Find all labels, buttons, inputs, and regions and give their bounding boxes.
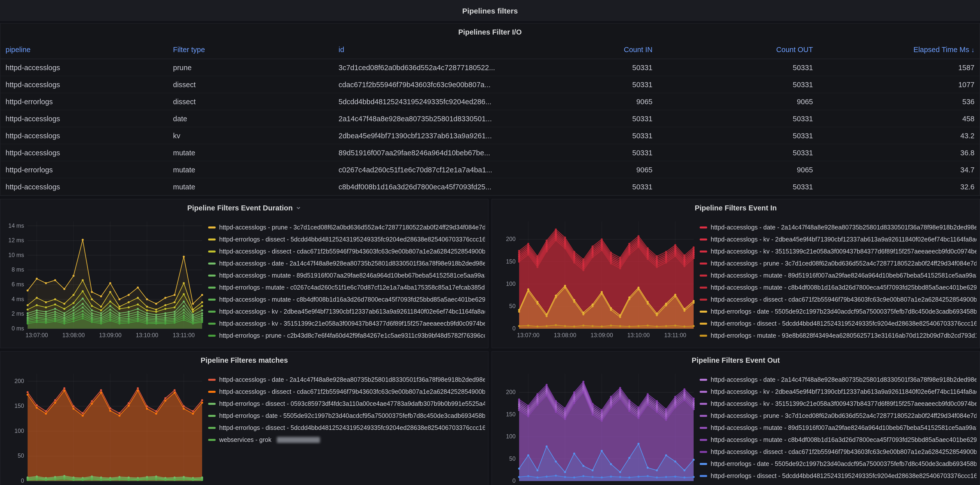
legend-item[interactable]: httpd-accesslogs - kv - 35151399c21e058a… [208, 319, 485, 328]
panel-title-event-in[interactable]: Pipeline Filters Event In [492, 200, 980, 216]
cell-filter_type: dissect [168, 97, 334, 105]
table-panel-title[interactable]: Pipelines Filter I/O [0, 24, 980, 41]
event-out-chart-canvas[interactable]: 05010015020013:07:0013:08:0013:09:0013:1… [492, 369, 698, 485]
legend-item[interactable]: webservices - grok [208, 435, 485, 444]
svg-text:0: 0 [512, 477, 515, 484]
svg-text:200: 200 [506, 236, 515, 242]
panel-title-matches[interactable]: Pipeline Filteres matches [0, 352, 488, 369]
svg-text:100: 100 [506, 433, 515, 440]
panel-title-text: Pipeline Filters Event In [695, 204, 776, 212]
panel-grid: Pipeline Filters Event Duration 0 ms2 ms… [0, 199, 980, 485]
legend-item[interactable]: httpd-accesslogs - dissect - cdac671f2b5… [700, 447, 977, 456]
legend-item[interactable]: httpd-accesslogs - date - 2a14c47f48a8e9… [208, 258, 485, 268]
cell-count_out: 50331 [657, 81, 818, 89]
column-header-filter_type[interactable]: Filter type [168, 46, 334, 54]
cell-count_in: 9065 [507, 166, 657, 174]
svg-text:150: 150 [506, 411, 515, 418]
dashboard-row-header[interactable]: Pipelines filters [0, 0, 980, 21]
column-header-id[interactable]: id [334, 46, 507, 54]
legend-item[interactable]: httpd-accesslogs - date - 2a14c47f48a8e9… [700, 222, 977, 232]
svg-text:6 ms: 6 ms [11, 281, 24, 288]
legend-item[interactable]: httpd-errorlogs - dissect - 5dcdd4bbd481… [700, 319, 977, 328]
svg-text:13:09:00: 13:09:00 [590, 332, 613, 338]
cell-count_out: 50331 [657, 149, 818, 157]
column-header-count_out[interactable]: Count OUT [657, 46, 818, 54]
cell-count_in: 50331 [507, 132, 657, 139]
legend-item[interactable]: httpd-accesslogs - date - 2a14c47f48a8e9… [208, 375, 485, 384]
legend-item[interactable]: httpd-accesslogs - kv - 2dbea45e9f4bf713… [700, 235, 977, 244]
series-color-swatch [700, 298, 707, 300]
panel-title-event-out[interactable]: Pipeline Filters Event Out [492, 352, 980, 369]
series-color-swatch [700, 391, 707, 393]
matches-chart-canvas[interactable]: 05010015020013:07:0013:08:0013:09:0013:1… [0, 369, 206, 485]
series-color-swatch [700, 334, 707, 336]
event-in-chart-canvas[interactable]: 05010015020013:07:0013:08:0013:09:0013:1… [492, 216, 698, 343]
legend-item[interactable]: httpd-accesslogs - mutate - c8b4df008b1d… [700, 435, 977, 444]
legend-item[interactable]: httpd-errorlogs - mutate - 93e8b6828f434… [700, 331, 977, 340]
legend-item[interactable]: httpd-accesslogs - kv - 2dbea45e9f4bf713… [700, 387, 977, 396]
column-header-count_in[interactable]: Count IN [507, 46, 657, 54]
legend-item[interactable]: httpd-accesslogs - prune - 3c7d1ced08f62… [208, 222, 485, 232]
cell-filter_type: kv [168, 132, 334, 139]
legend-label: httpd-accesslogs - dissect - cdac671f2b5… [711, 448, 977, 455]
series-color-swatch [700, 403, 707, 404]
legend-item[interactable]: httpd-accesslogs - dissect - cdac671f2b5… [700, 295, 977, 304]
legend-label: httpd-accesslogs - date - 2a14c47f48a8e9… [711, 224, 977, 231]
legend-item[interactable]: httpd-errorlogs - date - 5505de92c1997b2… [700, 307, 977, 316]
legend-item[interactable]: httpd-accesslogs - mutate - 89d51916f007… [208, 271, 485, 280]
legend-item[interactable]: httpd-accesslogs - mutate - c8b4df008b1d… [700, 282, 977, 292]
legend-item[interactable]: httpd-errorlogs - dissect - 5dcdd4bbd481… [208, 235, 485, 244]
legend-label: httpd-accesslogs - kv - 35151399c21e058a… [711, 248, 977, 255]
series-color-swatch [208, 439, 216, 441]
panel-title-text: Pipeline Filteres matches [200, 356, 288, 364]
legend-label: httpd-errorlogs - date - 5505de92c1997b2… [711, 308, 977, 315]
legend-item[interactable]: httpd-errorlogs - dissect - 5dcdd4bbd481… [700, 471, 977, 480]
legend-item[interactable]: httpd-accesslogs - prune - 3c7d1ced08f62… [700, 411, 977, 420]
cell-filter_type: prune [168, 63, 334, 71]
legend-label: webservices - grok [219, 436, 271, 443]
panel-event-out: Pipeline Filters Event Out 0501001502001… [492, 351, 980, 485]
legend-item[interactable]: httpd-accesslogs - dissect - cdac671f2b5… [208, 387, 485, 396]
legend-item[interactable]: httpd-accesslogs - mutate - c8b4df008b1d… [208, 295, 485, 304]
svg-text:13:11:00: 13:11:00 [664, 332, 686, 338]
legend-item[interactable]: httpd-accesslogs - kv - 2dbea45e9f4bf713… [208, 307, 485, 316]
series-color-swatch [700, 274, 707, 276]
legend-item[interactable]: httpd-errorlogs - date - 5505de92c1997b2… [208, 411, 485, 420]
svg-text:200: 200 [14, 378, 24, 384]
legend-label: httpd-errorlogs - dissect - 0593c85973df… [219, 400, 485, 407]
legend-item[interactable]: httpd-accesslogs - kv - 35151399c21e058a… [700, 399, 977, 408]
svg-text:100: 100 [14, 428, 24, 434]
legend-label: httpd-errorlogs - date - 5505de92c1997b2… [219, 412, 485, 419]
series-color-swatch [208, 415, 216, 417]
legend-item[interactable]: httpd-accesslogs - mutate - 89d51916f007… [700, 271, 977, 280]
cell-id: 2a14c47f48a8e928ea80735b25801d8330501... [334, 114, 507, 122]
panel-title-event-duration[interactable]: Pipeline Filters Event Duration [0, 200, 488, 216]
cell-count_in: 50331 [507, 149, 657, 157]
legend-item[interactable]: httpd-accesslogs - kv - 35151399c21e058a… [700, 247, 977, 256]
series-color-swatch [700, 286, 707, 288]
legend-item[interactable]: httpd-errorlogs - dissect - 0593c85973df… [208, 399, 485, 408]
legend-label: httpd-accesslogs - mutate - c8b4df008b1d… [711, 436, 977, 443]
series-color-swatch [208, 334, 216, 336]
legend-label: httpd-accesslogs - mutate - 89d51916f007… [711, 424, 977, 431]
legend-item[interactable]: httpd-accesslogs - date - 2a14c47f48a8e9… [700, 375, 977, 384]
event-in-legend: httpd-accesslogs - date - 2a14c47f48a8e9… [698, 216, 980, 348]
legend-item[interactable]: httpd-accesslogs - prune - 3c7d1ced08f62… [700, 258, 977, 268]
cell-elapsed_ms: 458 [818, 114, 980, 122]
legend-label: httpd-accesslogs - mutate - 89d51916f007… [219, 272, 485, 279]
legend-label: httpd-accesslogs - date - 2a14c47f48a8e9… [219, 376, 485, 383]
column-header-elapsed_ms[interactable]: Elapsed Time Ms↓ [818, 46, 980, 54]
legend-item[interactable]: httpd-accesslogs - mutate - 89d51916f007… [700, 423, 977, 433]
svg-text:0: 0 [21, 477, 24, 484]
event-duration-chart-canvas[interactable]: 0 ms2 ms4 ms6 ms8 ms10 ms12 ms14 ms13:07… [0, 216, 206, 343]
legend-item[interactable]: httpd-errorlogs - mutate - c0267c4ad260c… [208, 282, 485, 292]
legend-item[interactable]: httpd-errorlogs - date - 5505de92c1997b2… [700, 459, 977, 468]
legend-item[interactable]: httpd-errorlogs - dissect - 5dcdd4bbd481… [208, 423, 485, 433]
legend-label: httpd-accesslogs - kv - 35151399c21e058a… [711, 400, 977, 407]
panel-title-text: Pipeline Filters Event Duration [187, 204, 293, 212]
legend-item[interactable]: httpd-errorlogs - prune - c2b43d8c7e6f4f… [208, 331, 485, 340]
panel-event-duration: Pipeline Filters Event Duration 0 ms2 ms… [0, 199, 488, 348]
legend-item[interactable]: httpd-accesslogs - dissect - cdac671f2b5… [208, 247, 485, 256]
column-header-pipeline[interactable]: pipeline [0, 46, 168, 54]
series-color-swatch [700, 238, 707, 240]
